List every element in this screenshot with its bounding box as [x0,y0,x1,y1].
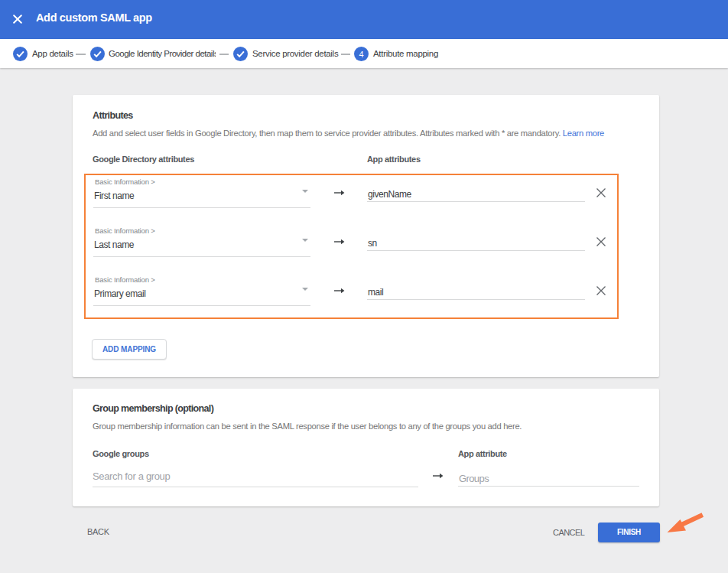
svg-text:4: 4 [359,50,363,59]
